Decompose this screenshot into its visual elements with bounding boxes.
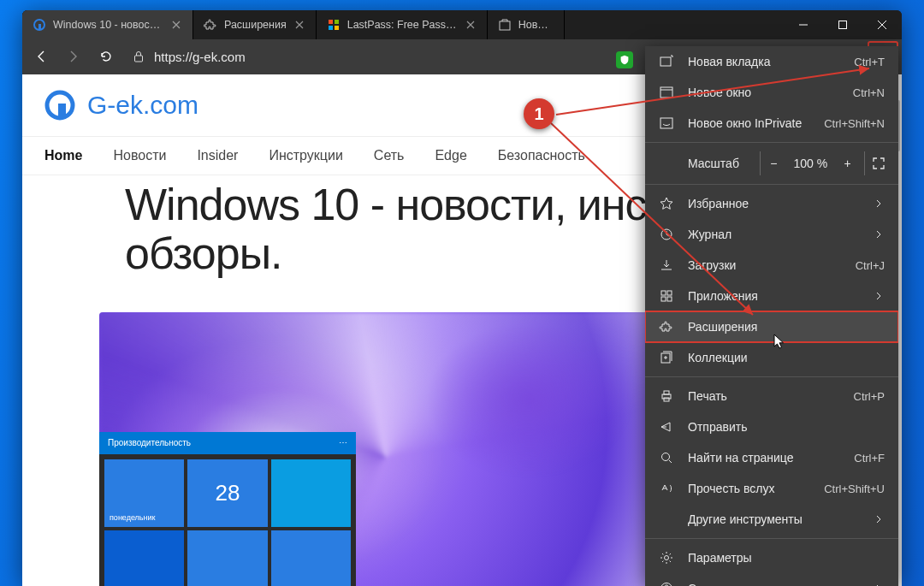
fullscreen-button[interactable] — [864, 151, 891, 175]
menu-new-window[interactable]: Новое окно Ctrl+N — [645, 77, 898, 108]
menu-separator — [645, 142, 898, 143]
tile-weather — [271, 459, 351, 527]
zoom-in-button[interactable]: + — [834, 151, 862, 175]
menu-print[interactable]: Печать Ctrl+P — [645, 381, 898, 411]
url-text: https://g-ek.com — [154, 50, 246, 64]
close-icon[interactable] — [170, 19, 182, 31]
new-window-icon — [659, 85, 674, 100]
svg-rect-15 — [660, 87, 672, 98]
svg-rect-18 — [661, 291, 666, 295]
svg-rect-5 — [335, 26, 339, 30]
tile-day: понедельник — [104, 459, 184, 527]
menu-extensions[interactable]: Расширения — [645, 311, 898, 342]
svg-rect-8 — [135, 56, 143, 62]
svg-rect-1 — [38, 24, 41, 29]
svg-point-26 — [662, 453, 670, 461]
tab-label: Расширения — [224, 19, 287, 31]
tile-mail: Почта — [104, 530, 184, 586]
maximize-button[interactable] — [823, 10, 862, 39]
start-topbar: Производительность⋯ — [99, 432, 356, 454]
menu-separator — [645, 376, 898, 377]
svg-point-27 — [665, 556, 669, 560]
menu-read-aloud[interactable]: Прочесть вслух Ctrl+Shift+U — [645, 473, 898, 504]
tab-label: LastPass: Free Password M… — [347, 19, 458, 31]
tile-date: 28 — [187, 459, 267, 527]
svg-rect-24 — [664, 391, 669, 394]
site-logo[interactable]: G-ek.com — [41, 86, 198, 124]
read-aloud-icon — [659, 481, 674, 496]
gek-favicon — [33, 18, 46, 32]
menu-new-tab[interactable]: Новая вкладка Ctrl+T — [645, 46, 898, 77]
svg-rect-19 — [667, 291, 672, 295]
tab-label: Windows 10 - новости, и… — [53, 19, 163, 31]
microsoft-store-icon — [498, 18, 512, 32]
tab-label: Новая… — [518, 19, 554, 31]
tile-calendar: Календарь — [187, 530, 267, 586]
zoom-out-button[interactable]: − — [760, 151, 787, 175]
star-icon — [659, 196, 674, 211]
site-logo-text: G-ek.com — [87, 91, 198, 120]
extension-icon — [204, 18, 217, 32]
menu-downloads[interactable]: Загрузки Ctrl+J — [645, 250, 898, 281]
tab-new[interactable]: Новая… — [488, 10, 565, 39]
print-icon — [659, 388, 674, 404]
nav-network[interactable]: Сеть — [374, 148, 405, 163]
refresh-button[interactable] — [91, 41, 121, 72]
apps-icon — [659, 288, 674, 304]
svg-point-28 — [661, 583, 672, 587]
tab-lastpass[interactable]: LastPass: Free Password M… — [317, 10, 488, 39]
browser-window: Windows 10 - новости, и… Расширения Last… — [22, 10, 902, 586]
menu-apps[interactable]: Приложения — [645, 281, 898, 311]
menu-inprivate[interactable]: Новое окно InPrivate Ctrl+Shift+N — [645, 108, 898, 139]
menu-favorites[interactable]: Избранное — [645, 188, 898, 219]
history-icon — [659, 227, 674, 242]
close-icon[interactable] — [293, 19, 305, 31]
nav-home[interactable]: Home — [44, 148, 82, 163]
chevron-right-icon — [873, 513, 885, 525]
minimize-button[interactable] — [784, 10, 823, 39]
collections-icon — [659, 350, 674, 365]
menu-share[interactable]: Отправить — [645, 411, 898, 442]
svg-rect-3 — [335, 20, 339, 24]
back-button[interactable] — [26, 41, 56, 72]
chevron-right-icon — [873, 583, 885, 586]
svg-rect-16 — [660, 118, 672, 128]
tab-extensions[interactable]: Расширения — [193, 10, 317, 39]
chevron-right-icon — [873, 228, 885, 240]
annotation-marker-1: 1 — [524, 98, 554, 129]
new-tab-icon — [659, 54, 674, 69]
menu-more-tools[interactable]: Другие инструменты — [645, 504, 898, 535]
chevron-right-icon — [873, 198, 885, 210]
search-icon — [659, 450, 674, 465]
gear-icon — [659, 550, 674, 565]
menu-history[interactable]: Журнал — [645, 219, 898, 250]
windows-start-preview: Производительность⋯ понедельник 28 Почта… — [99, 432, 356, 586]
svg-rect-4 — [329, 26, 333, 30]
close-window-button[interactable] — [862, 10, 902, 39]
nav-instructions[interactable]: Инструкции — [269, 148, 342, 163]
share-icon — [659, 419, 674, 435]
download-icon — [659, 257, 674, 273]
nav-edge[interactable]: Edge — [435, 148, 466, 163]
menu-settings[interactable]: Параметры — [645, 542, 898, 573]
svg-rect-7 — [839, 21, 847, 28]
svg-rect-6 — [500, 21, 510, 30]
menu-find[interactable]: Найти на странице Ctrl+F — [645, 442, 898, 473]
forward-button[interactable] — [58, 41, 89, 72]
close-icon[interactable] — [465, 19, 477, 31]
inprivate-icon — [659, 115, 674, 131]
menu-help[interactable]: Справка и отзывы — [645, 573, 898, 586]
menu-zoom: Масштаб − 100 % + — [645, 146, 898, 181]
nav-insider[interactable]: Insider — [197, 148, 238, 163]
nav-news[interactable]: Новости — [113, 148, 166, 163]
svg-rect-2 — [329, 20, 333, 24]
svg-rect-20 — [661, 297, 666, 301]
window-controls — [784, 10, 902, 39]
tab-active[interactable]: Windows 10 - новости, и… — [22, 10, 193, 39]
adguard-extension-icon[interactable] — [616, 51, 633, 68]
menu-separator — [645, 184, 898, 185]
menu-collections[interactable]: Коллекции — [645, 342, 898, 373]
nav-security[interactable]: Безопасность — [498, 148, 585, 163]
tab-strip: Windows 10 - новости, и… Расширения Last… — [22, 10, 902, 39]
svg-rect-21 — [667, 297, 672, 301]
